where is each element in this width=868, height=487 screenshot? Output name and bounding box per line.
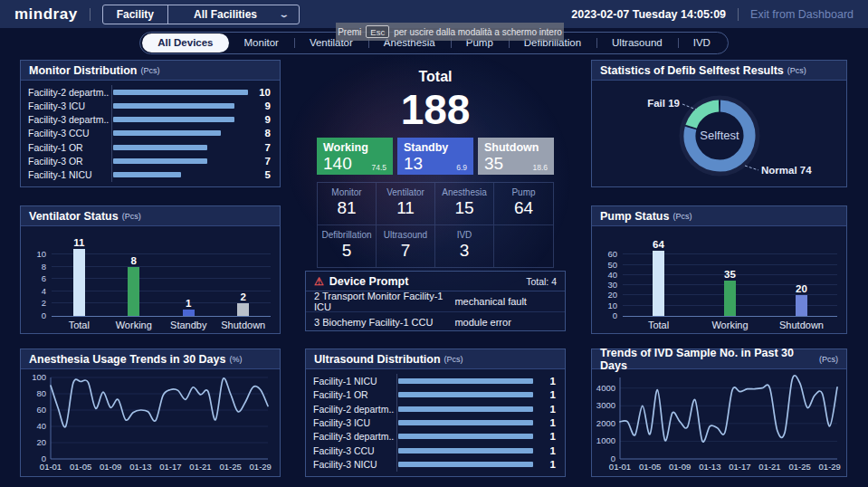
x-tick-label: Shutdown [766,320,837,330]
anesthesia-trend-chart: 02040608010001-0101-0501-0901-1301-1701-… [21,369,280,476]
bar [113,130,221,136]
tab-all-devices[interactable]: All Devices [142,33,228,53]
bar-track [398,378,533,384]
x-tick-label: Standby [161,320,216,330]
plot-area: 11812 [52,237,271,317]
prompt-device-name: 3 Biochemy Facility-1 CCU [314,317,454,328]
device-count-label: Ventilator [377,187,434,197]
tab-monitor[interactable]: Monitor [229,33,294,53]
y-tick-label: 10 [607,301,617,310]
svg-text:40: 40 [36,421,46,431]
svg-text:01-09: 01-09 [669,462,691,472]
fullscreen-exit-tooltip: Premi Esc per uscire dalla modalità a sc… [336,23,564,41]
panel-title: Trends of IVD Sample No. in Past 30 Days [600,347,816,372]
monitor-distribution-chart: Facility-2 departm...10Facility-3 ICU9Fa… [21,81,280,186]
x-tick-label: Shutdown [216,320,272,330]
bar-track [113,90,248,95]
svg-text:Selftest: Selftest [700,129,739,142]
device-count-ultrasound: Ultrasound7 [377,225,435,267]
svg-text:3000: 3000 [596,400,615,410]
hbar-chart: Facility-1 NICU1Facility-1 OR1Facility-2… [306,369,565,476]
bar-group: 1 [166,298,211,316]
y-tick-label: 30 [607,280,617,290]
bar-value: 1 [186,298,191,309]
svg-text:01-13: 01-13 [129,462,151,472]
tooltip-text-pre: Premi [338,27,361,37]
panel-anesthesia-trends: Anesthesia Usage Trends in 30 Days (%) 0… [20,349,281,477]
bar-label: Facility-3 CCU [28,128,110,138]
bar [113,103,234,109]
bar-value: 7 [254,142,271,153]
svg-text:20: 20 [36,437,46,447]
bar-row: Facility-3 ICU9 [28,99,271,112]
tab-ultrasound[interactable]: Ultrasound [596,33,678,53]
panel-defib-selftest: Statistics of Defib Selftest Results (Pc… [591,60,847,187]
status-card-value: 140 [323,155,352,172]
x-axis: TotalWorkingStandbyShutdown [30,320,271,330]
bar [113,117,234,122]
panel-ventilator-status: Ventilator Status (Pcs) 024681011812Tota… [20,205,281,334]
svg-text:01-21: 01-21 [189,462,211,472]
svg-text:01-13: 01-13 [699,462,720,472]
ventilator-status-chart: 024681011812TotalWorkingStandbyShutdown [21,226,280,333]
y-tick-label: 10 [36,249,46,259]
bar-value: 20 [796,283,807,294]
facility-value[interactable]: All Facilities ⌄ [168,5,299,24]
panel-unit: (Pcs) [444,355,463,364]
bar-label: Facility-3 NICU [313,459,395,470]
bar-value: 64 [653,239,664,250]
device-count-label: Monitor [318,187,376,197]
exit-dashboard-link[interactable]: Exit from Dashboard [750,8,854,21]
svg-text:2000: 2000 [596,418,615,428]
panel-unit: (%) [229,355,242,364]
bar-value: 1 [539,376,556,387]
panel-monitor-distribution: Monitor Distribution (Pcs) Facility-2 de… [20,60,281,187]
status-card-percent: 18.6 [532,163,548,172]
bar-group: 64 [636,239,682,316]
y-tick-label: 20 [607,290,617,300]
facility-selector[interactable]: Facility All Facilities ⌄ [102,5,300,24]
bar-value: 1 [539,389,556,400]
bar-track [113,172,248,177]
bar-value: 9 [254,100,271,111]
x-tick-label: Total [52,320,107,330]
status-card-label: Standby [404,141,467,154]
header-divider [738,8,739,21]
tab-ivd[interactable]: IVD [678,33,726,53]
panel-unit: (Pcs) [140,66,159,75]
device-count-ivd: IVD3 [435,225,494,267]
bar [183,310,195,316]
bar-row: Facility-3 OR7 [28,155,271,168]
y-tick-label: 6 [42,273,46,283]
bar-value: 8 [131,255,137,266]
bar-group: 35 [708,269,753,316]
y-tick-label: 0 [613,310,617,320]
svg-text:01-05: 01-05 [70,462,91,472]
panel-unit: (Pcs) [672,212,692,221]
panel-title: Ultrasound Distribution [314,353,441,366]
svg-text:Fail 19: Fail 19 [647,98,680,109]
x-tick-label: Working [107,320,162,330]
bar [398,462,533,467]
ivd-trend-chart: 0100020003000400001-0101-0501-0901-1301-… [592,369,846,476]
svg-text:01-09: 01-09 [100,462,121,472]
bar-row: Facility-1 OR1 [313,388,556,402]
device-count-value: 64 [494,198,553,218]
panel-ultrasound-distribution: Ultrasound Distribution (Pcs) Facility-1… [305,349,566,477]
vbar-chart: 0102030405060643520TotalWorkingShutdown [592,226,846,333]
prompt-device-name: 2 Transport Monitor Facility-1 ICU [314,291,454,312]
bar-group: 8 [111,255,157,316]
y-tick-label: 4 [42,286,46,296]
bar-row: Facility-3 ICU1 [313,415,556,429]
bar-track [113,117,248,122]
svg-text:01-25: 01-25 [788,462,810,472]
status-card-working: Working14074.5 [317,138,393,175]
panel-unit: (Pcs) [819,355,838,364]
bar-label: Facility-3 CCU [313,445,395,456]
bar [724,281,736,316]
status-card-value: 35 [484,155,503,172]
bar-row: Facility-1 NICU1 [313,374,556,387]
svg-text:01-01: 01-01 [40,462,62,472]
mindray-logo: mindray [14,5,78,24]
bar-track [398,420,533,425]
